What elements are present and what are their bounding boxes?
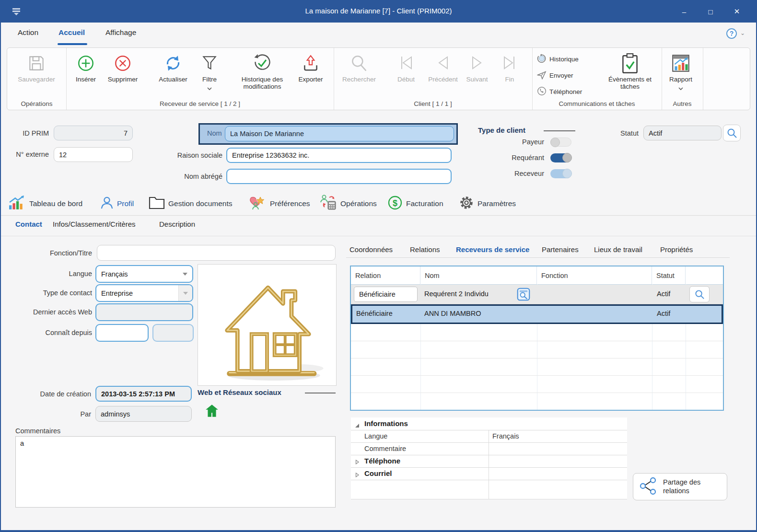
phone-button[interactable]: Téléphoner — [537, 86, 582, 97]
column-header-statut[interactable]: Statut — [652, 266, 686, 284]
receveur-toggle[interactable] — [550, 169, 571, 178]
first-icon — [392, 51, 420, 76]
delete-button[interactable]: Supprimer — [103, 51, 143, 83]
expand-triangle-icon[interactable] — [355, 458, 360, 466]
tab-gestion-documents[interactable]: Gestion documents — [149, 194, 233, 214]
filter-button[interactable]: Filtre — [195, 51, 224, 92]
expand-triangle-icon[interactable] — [355, 471, 360, 479]
no-externe-field[interactable]: 12 — [54, 147, 133, 162]
ribbon: Sauvegarder Opérations Insérer Supprimer — [7, 47, 750, 110]
payeur-label: Payeur — [480, 138, 544, 146]
rtab-proprietes[interactable]: Propriétés — [660, 245, 693, 254]
column-header-fonction[interactable]: Fonction — [537, 266, 652, 284]
connait-depuis-field-2[interactable] — [152, 324, 194, 342]
info-section-courriel[interactable]: Courriel — [364, 469, 392, 477]
person-icon — [100, 196, 114, 212]
share-icon — [639, 477, 658, 497]
tab-profil[interactable]: Profil — [100, 194, 134, 214]
column-header-relation[interactable]: Relation — [351, 266, 420, 284]
statut-search-button[interactable] — [723, 125, 741, 141]
fonction-titre-field[interactable] — [97, 245, 336, 261]
folder-icon — [149, 196, 165, 211]
search-button[interactable]: Rechercher — [336, 51, 383, 83]
connait-depuis-field-1[interactable] — [95, 324, 149, 342]
refresh-button[interactable]: Actualiser — [151, 51, 195, 83]
preview-record-icon[interactable] — [517, 288, 530, 303]
info-section-informations[interactable]: Informations — [364, 419, 408, 428]
par-field[interactable]: adminsys — [95, 406, 192, 422]
nom-field[interactable]: La Maison De Marianne — [225, 126, 454, 141]
fonction-titre-label: Fonction/Titre — [20, 249, 92, 257]
info-section-telephone[interactable]: Téléphone — [364, 457, 400, 465]
previous-button[interactable]: Précédent — [422, 51, 464, 83]
events-tasks-button[interactable]: Évènements et tâches — [603, 51, 657, 91]
table-row-selected[interactable]: Bénéficiaire ANN DI MAMBRO Actif — [351, 304, 723, 324]
website-house-icon[interactable] — [205, 404, 219, 420]
menu-tab-accueil[interactable]: Accueil — [58, 28, 85, 37]
report-icon — [662, 51, 700, 76]
raison-sociale-field[interactable]: Entreprise 12363632 inc. — [226, 148, 452, 163]
commentaires-label: Commentaires — [15, 427, 60, 435]
gridline — [351, 455, 627, 455]
dernier-acces-field[interactable] — [95, 303, 193, 321]
date-creation-field[interactable]: 2013-03-15 2:57:13 PM — [95, 386, 192, 402]
minimize-button[interactable]: – — [674, 4, 695, 19]
chevron-down-icon[interactable]: ⌄ — [740, 30, 745, 36]
save-button[interactable]: Sauvegarder — [11, 51, 62, 83]
collapse-triangle-icon[interactable] — [355, 421, 360, 430]
id-prim-field[interactable]: 7 — [54, 126, 133, 140]
gridline — [351, 375, 723, 376]
ribbon-group-label: Client [ 1 / 1 ] — [334, 100, 532, 107]
info-row-value[interactable]: Français — [492, 432, 519, 440]
rtab-relations[interactable]: Relations — [410, 245, 440, 254]
langue-select[interactable]: Français — [95, 265, 193, 283]
rtab-partenaires[interactable]: Partenaires — [542, 245, 579, 254]
tab-tableau-de-bord[interactable]: Tableau de bord — [8, 194, 82, 214]
raison-sociale-label: Raison sociale — [145, 151, 222, 159]
modification-history-button[interactable]: Historique des modifications — [232, 51, 292, 91]
report-button[interactable]: Rapport — [662, 51, 700, 92]
insert-button[interactable]: Insérer — [69, 51, 103, 83]
payeur-toggle[interactable] — [550, 138, 571, 147]
gold-house-image — [206, 267, 328, 382]
table-row-editing[interactable]: Bénéficiaire Requérent 2 Individu Actif — [351, 285, 723, 304]
nom-abrege-label: Nom abrégé — [145, 173, 222, 180]
commentaires-textarea[interactable]: a — [15, 436, 336, 508]
tab-preferences[interactable]: Préférences — [248, 194, 310, 214]
close-button[interactable]: ✕ — [726, 4, 747, 19]
dashboard-icon — [8, 195, 26, 212]
rtab-coordonnees[interactable]: Coordonnées — [349, 245, 393, 254]
tab-parametres[interactable]: Paramètres — [459, 194, 516, 214]
subtab-description[interactable]: Description — [159, 220, 195, 228]
nom-abrege-field[interactable] — [226, 169, 452, 184]
next-button[interactable]: Suivant — [461, 51, 493, 83]
rtab-receveurs-de-service[interactable]: Receveurs de service — [456, 245, 529, 254]
info-row-label: Commentaire — [364, 445, 406, 452]
export-button[interactable]: Exporter — [291, 51, 330, 83]
last-button[interactable]: Fin — [497, 51, 522, 83]
subtab-infos-classement[interactable]: Infos/Classement/Critères — [53, 220, 136, 228]
partage-relations-button[interactable]: Partage des relations — [633, 473, 727, 500]
column-header-nom[interactable]: Nom — [420, 266, 537, 284]
tab-facturation[interactable]: $ Facturation — [387, 194, 443, 214]
client-photo[interactable] — [198, 264, 337, 386]
type-client-heading: Type de client — [478, 126, 525, 134]
history-button[interactable]: Historique — [537, 54, 579, 65]
type-contact-select[interactable]: Entreprise — [95, 284, 193, 302]
relation-cell-editor[interactable]: Bénéficiaire — [354, 287, 418, 302]
gridline — [351, 341, 723, 341]
ribbon-group-label: Autres — [662, 100, 703, 107]
maximize-button[interactable]: □ — [700, 4, 721, 19]
row-search-button[interactable] — [689, 286, 710, 302]
menu-tab-action[interactable]: Action — [18, 28, 38, 37]
dernier-acces-label: Dernier accès Web — [11, 308, 92, 316]
menu-tab-affichage[interactable]: Affichage — [105, 28, 136, 37]
rtab-lieux-de-travail[interactable]: Lieux de travail — [594, 245, 642, 254]
help-icon[interactable]: ? — [726, 28, 737, 39]
statut-field[interactable]: Actif — [643, 126, 722, 140]
subtab-contact[interactable]: Contact — [15, 220, 42, 228]
first-button[interactable]: Début — [392, 51, 420, 83]
tab-operations[interactable]: Opérations — [319, 194, 377, 214]
send-button[interactable]: Envoyer — [537, 70, 573, 81]
requerant-toggle[interactable] — [550, 153, 571, 162]
